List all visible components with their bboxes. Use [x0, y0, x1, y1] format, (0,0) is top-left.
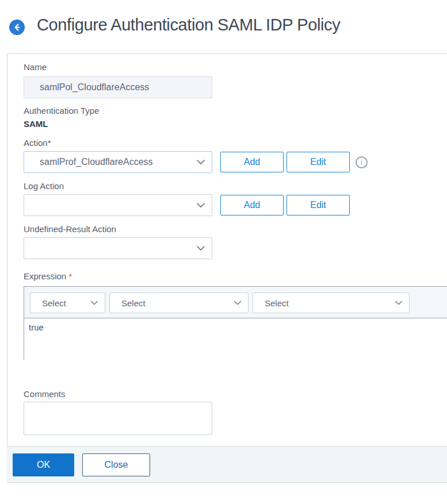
required-asterisk: *	[68, 271, 72, 281]
action-select-value: samlProf_CloudflareAccess	[24, 157, 212, 167]
action-edit-button[interactable]: Edit	[286, 152, 350, 172]
dialog-footer: OK Close	[7, 446, 447, 482]
undefined-result-action-label: Undefined-Result Action	[24, 224, 116, 234]
expression-select-3-value: Select	[253, 298, 409, 308]
expression-label: Expression *	[24, 271, 72, 281]
configure-saml-idp-policy-page: Configure Authentication SAML IDP Policy…	[0, 0, 447, 504]
expression-select-3[interactable]: Select	[253, 293, 410, 313]
expression-input[interactable]: true	[24, 318, 447, 360]
ok-button[interactable]: OK	[13, 453, 74, 476]
action-select[interactable]: samlProf_CloudflareAccess	[24, 151, 212, 173]
auth-type-value: SAML	[24, 119, 48, 129]
expression-editor: Select Select Select	[24, 286, 447, 360]
expression-select-2[interactable]: Select	[109, 293, 249, 313]
action-add-button[interactable]: Add	[220, 152, 284, 172]
chevron-down-icon	[196, 245, 205, 251]
comments-label: Comments	[24, 389, 66, 399]
close-button[interactable]: Close	[82, 453, 150, 476]
info-icon[interactable]: i	[356, 156, 368, 168]
expression-select-1[interactable]: Select	[30, 293, 105, 313]
chevron-down-icon	[395, 301, 403, 306]
back-button[interactable]	[9, 20, 25, 35]
log-action-label: Log Action	[24, 181, 64, 191]
name-label: Name	[24, 62, 47, 72]
action-label: Action*	[24, 138, 51, 148]
arrow-left-icon	[12, 22, 22, 32]
chevron-down-icon	[234, 301, 242, 306]
log-action-select[interactable]	[24, 194, 212, 216]
expression-editor-toolbar: Select Select Select	[24, 287, 447, 318]
form-panel: Name Authentication Type SAML Action* sa…	[7, 53, 447, 483]
chevron-down-icon	[90, 301, 98, 306]
log-action-add-button[interactable]: Add	[220, 195, 284, 216]
page-title: Configure Authentication SAML IDP Policy	[37, 16, 340, 34]
auth-type-label: Authentication Type	[24, 106, 99, 116]
chevron-down-icon	[196, 159, 205, 165]
log-action-edit-button[interactable]: Edit	[286, 195, 350, 216]
expression-select-2-value: Select	[110, 298, 248, 308]
comments-input[interactable]	[24, 402, 212, 435]
name-input[interactable]	[24, 76, 212, 98]
chevron-down-icon	[196, 202, 205, 208]
undefined-result-action-select[interactable]	[24, 237, 212, 259]
expression-label-text: Expression	[24, 271, 66, 281]
